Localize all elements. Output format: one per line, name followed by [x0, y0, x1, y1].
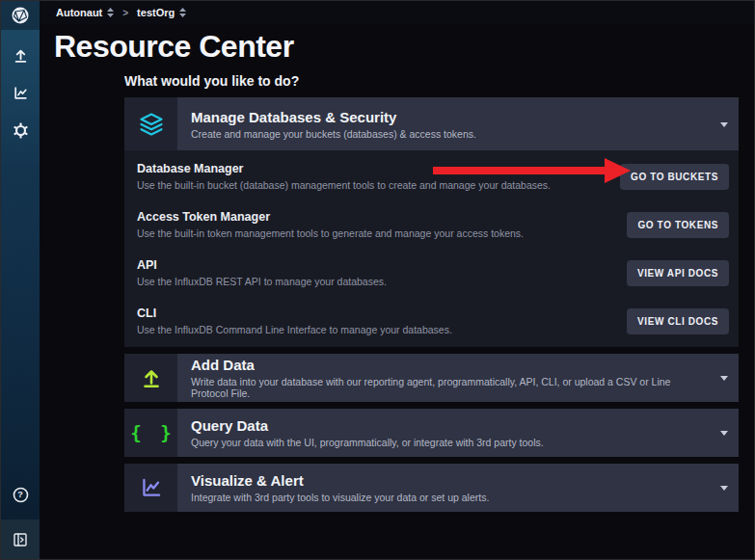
- card-header-visualize-alert[interactable]: Visualize & Alert Integrate with 3rd par…: [124, 464, 739, 512]
- row-title: Database Manager: [137, 162, 551, 175]
- line-chart-icon: [124, 464, 177, 512]
- row-access-token-manager: Access Token Manager Use the built-in to…: [124, 200, 739, 249]
- chevron-down-icon: [720, 376, 728, 381]
- breadcrumb-org-dropdown[interactable]: Autonaut: [56, 7, 114, 18]
- braces-glyph: { }: [130, 422, 175, 443]
- chevron-down-icon: [720, 486, 728, 491]
- row-description: Use the InfluxDB REST API to manage your…: [137, 276, 387, 287]
- breadcrumb-org-label: Autonaut: [56, 7, 102, 18]
- row-title: Access Token Manager: [137, 210, 524, 224]
- caret-updown-icon: [179, 8, 186, 17]
- upload-icon: [124, 354, 177, 402]
- page-title: Resource Center: [54, 30, 754, 63]
- upload-data-nav-icon[interactable]: [9, 43, 32, 67]
- settings-gear-icon[interactable]: [9, 119, 32, 142]
- help-question-glyph: ?: [17, 490, 23, 499]
- app-window: ? Autonaut > testOrg: [0, 0, 755, 560]
- chevron-down-icon: [720, 431, 728, 436]
- braces-icon: { }: [124, 409, 177, 457]
- card-title: Query Data: [191, 417, 710, 434]
- breadcrumb: Autonaut > testOrg: [40, 1, 754, 24]
- card-description: Query your data with the UI, programmati…: [191, 437, 710, 448]
- card-title: Manage Databases & Security: [191, 109, 710, 125]
- data-explorer-nav-icon[interactable]: [9, 81, 32, 104]
- page-prompt: What would you like to do?: [124, 73, 754, 89]
- card-title: Visualize & Alert: [191, 472, 710, 489]
- card-header-manage-databases[interactable]: Manage Databases & Security Create and m…: [124, 97, 739, 150]
- card-description: Write data into your database with our r…: [191, 376, 710, 399]
- card-description: Create and manage your buckets (database…: [191, 128, 710, 140]
- row-title: API: [137, 258, 387, 272]
- help-icon[interactable]: ?: [9, 483, 32, 506]
- caret-updown-icon: [107, 8, 114, 17]
- nav-sidebar: ?: [1, 1, 40, 559]
- influxdb-logo-icon[interactable]: [1, 1, 40, 30]
- card-query-data: { } Query Data Query your data with the …: [124, 409, 739, 457]
- row-description: Use the InfluxDB Command Line Interface …: [137, 324, 452, 335]
- card-title: Add Data: [191, 357, 710, 373]
- card-header-query-data[interactable]: { } Query Data Query your data with the …: [124, 409, 739, 457]
- view-api-docs-button[interactable]: VIEW API DOCS: [627, 260, 729, 286]
- layers-icon: [124, 97, 177, 150]
- card-manage-databases: Manage Databases & Security Create and m…: [124, 97, 739, 347]
- chevron-down-icon: [720, 122, 728, 127]
- main-content: Autonaut > testOrg Resource Center What …: [40, 1, 754, 559]
- row-description: Use the built-in token management tools …: [137, 227, 524, 239]
- view-cli-docs-button[interactable]: VIEW CLI DOCS: [627, 308, 729, 334]
- docs-panel-icon[interactable]: [1, 520, 40, 559]
- breadcrumb-separator: >: [122, 8, 128, 18]
- influxdb-logo-icon: [11, 6, 30, 25]
- row-database-manager: Database Manager Use the built-in bucket…: [124, 152, 739, 200]
- resource-cards: Manage Databases & Security Create and m…: [124, 97, 739, 512]
- card-body-manage-databases: Database Manager Use the built-in bucket…: [124, 150, 739, 347]
- breadcrumb-account-dropdown[interactable]: testOrg: [137, 7, 186, 18]
- go-to-buckets-button[interactable]: GO TO BUCKETS: [620, 164, 729, 190]
- breadcrumb-account-label: testOrg: [137, 7, 175, 18]
- go-to-tokens-button[interactable]: GO TO TOKENS: [627, 212, 729, 238]
- card-header-add-data[interactable]: Add Data Write data into your database w…: [124, 354, 739, 402]
- card-visualize-alert: Visualize & Alert Integrate with 3rd par…: [124, 464, 739, 512]
- row-cli: CLI Use the InfluxDB Command Line Interf…: [124, 297, 739, 345]
- row-title: CLI: [137, 307, 452, 320]
- card-description: Integrate with 3rd party tools to visual…: [191, 492, 710, 503]
- row-description: Use the built-in bucket (database) manag…: [137, 179, 551, 191]
- card-add-data: Add Data Write data into your database w…: [124, 354, 739, 402]
- row-api: API Use the InfluxDB REST API to manage …: [124, 249, 739, 297]
